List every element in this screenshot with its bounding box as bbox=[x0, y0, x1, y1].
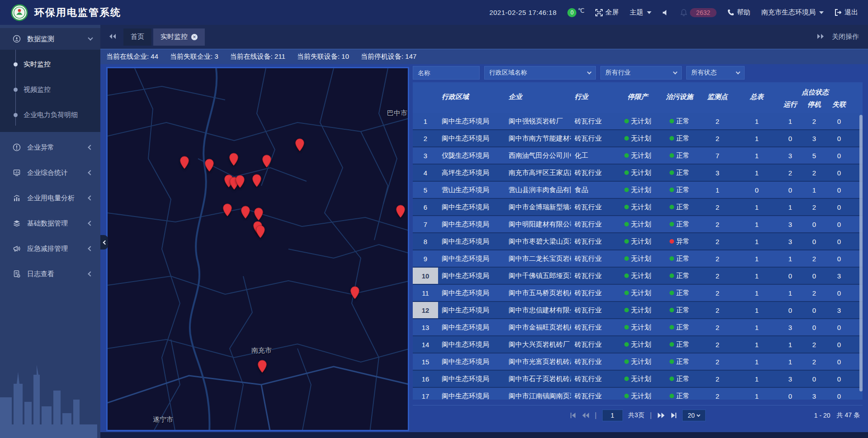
table-row[interactable]: 12阆中生态环境局阆中市忠信建材有限公砖瓦行业无计划正常21003 bbox=[413, 302, 863, 319]
table-row[interactable]: 14阆中生态环境局阆中大兴页岩机砖厂砖瓦行业无计划正常21120 bbox=[413, 336, 863, 353]
sidebar-item-data-monitoring[interactable]: 数据监测 bbox=[0, 28, 100, 50]
map-pin[interactable] bbox=[262, 155, 272, 168]
row-company-cell: 西南油气田分公司川中 bbox=[505, 147, 571, 164]
table-row[interactable]: 16阆中生态环境局阆中市石子页岩机砖厂砖瓦行业无计划正常21300 bbox=[413, 371, 863, 388]
fullscreen-button[interactable]: 全屏 bbox=[595, 8, 619, 17]
map-pin[interactable] bbox=[235, 175, 245, 188]
row-meter-count-cell: 1 bbox=[735, 353, 778, 370]
map-pin[interactable] bbox=[179, 156, 189, 170]
table-row[interactable]: 13阆中生态环境局阆中市金福旺页岩机砖砖瓦行业无计划正常21300 bbox=[413, 319, 863, 336]
status-filter-select[interactable]: 所有状态 bbox=[686, 66, 745, 80]
row-treatment-status-cell: 正常 bbox=[659, 182, 700, 198]
sidebar-item-base-data[interactable]: 基础数据管理 bbox=[0, 211, 100, 236]
last-page-button[interactable] bbox=[670, 412, 677, 419]
row-region-cell: 阆中生态环境局 bbox=[438, 130, 505, 146]
table-row[interactable]: 5营山生态环境局营山县润丰肉食品有限食品无计划正常10010 bbox=[413, 182, 863, 199]
map-pin[interactable] bbox=[295, 138, 305, 152]
row-treatment-status-cell: 正常 bbox=[659, 199, 700, 215]
tabs-scroll-left-button[interactable] bbox=[108, 33, 116, 41]
map-pin[interactable] bbox=[350, 286, 360, 300]
table-row[interactable]: 10阆中生态环境局阆中千佛镇五郎垭页岩砖瓦行业无计划正常21003 bbox=[413, 268, 863, 285]
table-row[interactable]: 6阆中生态环境局阆中市金博瑞新型墙材砖瓦行业无计划正常21120 bbox=[413, 199, 863, 216]
temperature-unit: ℃ bbox=[578, 7, 585, 14]
sidebar-item-emergency-reduction[interactable]: 应急减排管理 bbox=[0, 236, 100, 261]
table-row[interactable]: 8阆中生态环境局阆中市枣碧大梁山页岩砖瓦行业无计划异常21300 bbox=[413, 233, 863, 250]
logout-button[interactable]: 退出 bbox=[835, 8, 858, 17]
treatment-status-label: 正常 bbox=[676, 392, 690, 400]
table-row[interactable]: 7阆中生态环境局阆中明阳建材有限公司砖瓦行业无计划正常21300 bbox=[413, 216, 863, 233]
stat-value: 147 bbox=[405, 52, 416, 60]
stop-status-label: 无计划 bbox=[631, 306, 651, 315]
sidebar-item-realtime-monitoring[interactable]: 实时监控 bbox=[0, 52, 100, 77]
notifications[interactable]: 2632 bbox=[680, 8, 717, 17]
sound-toggle[interactable] bbox=[662, 9, 670, 16]
page-size-select[interactable]: 20 bbox=[682, 410, 706, 421]
row-stop-status-cell: 无计划 bbox=[616, 302, 659, 318]
row-monitor-count-cell: 2 bbox=[700, 336, 735, 353]
map-city-label: 遂宁市 bbox=[153, 415, 173, 424]
table-row[interactable]: 17阆中生态环境局阆中市江南镇阆南页岩砖瓦行业无计划正常21030 bbox=[413, 388, 863, 400]
tab-home[interactable]: 首页 bbox=[123, 28, 151, 46]
table-body: 1阆中生态环境局阆中强锐页岩砖厂砖瓦行业无计划正常211202阆中生态环境局阆中… bbox=[413, 113, 863, 400]
table-row[interactable]: 4高坪生态环境局南充市高坪区王家店建砖瓦行业无计划正常31220 bbox=[413, 165, 863, 182]
sidebar-item-power-analysis[interactable]: 企业用电量分析 bbox=[0, 185, 100, 211]
table-header: 行政区域 企业 行业 停限产 治污设施 监测点 总表 点位状态 运行 停机 失联 bbox=[413, 82, 863, 113]
sidebar-item-enterprise-statistics[interactable]: 企业综合统计 bbox=[0, 160, 100, 185]
row-monitor-count-cell: 2 bbox=[700, 388, 735, 400]
row-monitor-count-cell: 1 bbox=[700, 182, 735, 198]
table-scrollbar[interactable] bbox=[859, 115, 863, 391]
map-pin[interactable] bbox=[241, 206, 250, 219]
row-stop-status-cell: 无计划 bbox=[616, 319, 659, 335]
page-input[interactable] bbox=[602, 410, 623, 421]
next-page-button[interactable] bbox=[657, 412, 665, 419]
table-row[interactable]: 11阆中生态环境局阆中市五马桥页岩机砖砖瓦行业无计划正常21120 bbox=[413, 285, 863, 302]
help-button[interactable]: 帮助 bbox=[727, 8, 750, 17]
table-row[interactable]: 9阆中生态环境局阆中市二龙长宝页岩砖砖瓦行业无计划正常21120 bbox=[413, 250, 863, 268]
stat-label: 当前在线设备: bbox=[230, 52, 274, 60]
chevron-down-icon bbox=[587, 70, 592, 75]
map-pin[interactable] bbox=[257, 360, 267, 373]
row-stopped-count-cell: 2 bbox=[802, 113, 826, 129]
table-row[interactable]: 2阆中生态环境局阆中市南方节能建材有砖瓦行业无计划正常21030 bbox=[413, 130, 863, 147]
table-row[interactable]: 15阆中生态环境局阆中市光富页岩机砖厂砖瓦行业无计划正常21120 bbox=[413, 353, 863, 371]
row-company-cell: 阆中市江南镇阆南页岩 bbox=[505, 388, 571, 400]
status-dot-icon bbox=[670, 256, 674, 261]
sidebar-item-power-load-detail[interactable]: 企业电力负荷明细 bbox=[0, 102, 100, 127]
stop-status-label: 无计划 bbox=[631, 117, 651, 126]
name-search-input[interactable] bbox=[413, 66, 480, 80]
prev-page-button[interactable] bbox=[581, 412, 589, 419]
map-pin[interactable] bbox=[252, 174, 262, 188]
region-filter-select[interactable]: 行政区域名称 bbox=[484, 66, 596, 80]
map-pin[interactable] bbox=[255, 225, 265, 239]
row-index-cell: 3 bbox=[413, 147, 438, 164]
close-operations-button[interactable]: 关闭操作 bbox=[832, 33, 859, 41]
sidebar-item-log-view[interactable]: 日志查看 bbox=[0, 261, 100, 287]
status-dot-icon bbox=[624, 291, 629, 295]
stat-item: 当前在线设备: 211 bbox=[230, 52, 285, 61]
tab-close-icon[interactable]: ✕ bbox=[191, 34, 198, 40]
table-row[interactable]: 3仪陇生态环境局西南油气田分公司川中化工无计划正常71350 bbox=[413, 147, 863, 165]
tabs-scroll-right-button[interactable] bbox=[817, 33, 825, 41]
row-company-cell: 阆中市枣碧大梁山页岩 bbox=[505, 233, 571, 250]
industry-filter-select[interactable]: 所有行业 bbox=[600, 66, 682, 80]
org-menu[interactable]: 南充市生态环境局 bbox=[761, 8, 824, 17]
theme-menu[interactable]: 主题 bbox=[630, 8, 651, 17]
first-page-button[interactable] bbox=[570, 412, 576, 419]
tab-realtime-monitoring[interactable]: 实时监控 ✕ bbox=[153, 28, 205, 46]
stat-value: 211 bbox=[274, 52, 285, 60]
sidebar-item-video-monitoring[interactable]: 视频监控 bbox=[0, 77, 100, 102]
stats-bar: 当前在线企业: 44当前失联企业: 3当前在线设备: 211当前失联设备: 10… bbox=[100, 49, 868, 64]
map-pin[interactable] bbox=[254, 207, 264, 221]
collapse-sidebar-button[interactable] bbox=[100, 235, 108, 250]
sidebar-item-enterprise-abnormal[interactable]: 企业异常 bbox=[0, 135, 100, 160]
map-pin[interactable] bbox=[229, 153, 239, 166]
map-pin[interactable] bbox=[396, 205, 406, 218]
chevron-down-icon bbox=[673, 70, 678, 75]
org-caret-icon bbox=[819, 11, 824, 14]
map[interactable]: 巴中市南充市遂宁市 bbox=[106, 67, 409, 431]
app-logo-icon bbox=[11, 4, 28, 21]
map-pin[interactable] bbox=[204, 159, 214, 172]
map-pin[interactable] bbox=[222, 203, 232, 217]
row-region-cell: 高坪生态环境局 bbox=[438, 165, 505, 181]
table-row[interactable]: 1阆中生态环境局阆中强锐页岩砖厂砖瓦行业无计划正常21120 bbox=[413, 113, 863, 130]
